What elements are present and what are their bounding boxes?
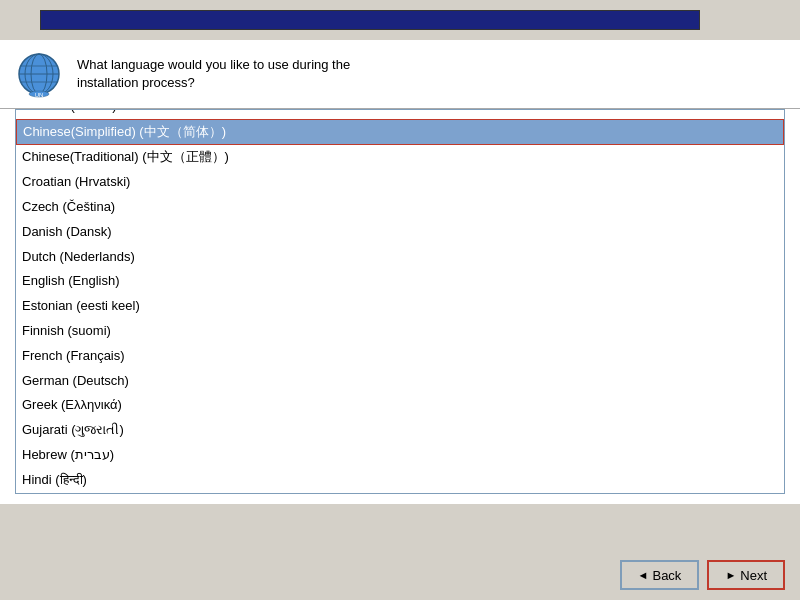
language-item-czech[interactable]: Czech (Čeština) bbox=[16, 195, 784, 220]
next-button[interactable]: ► Next bbox=[707, 560, 785, 590]
language-item-chinese-traditional[interactable]: Chinese(Traditional) (中文（正體）) bbox=[16, 145, 784, 170]
language-item-catalan[interactable]: Catalan (Català) bbox=[16, 110, 784, 119]
content-area: Bulgarian (Български)Catalan (Català)Chi… bbox=[0, 109, 800, 504]
next-label: Next bbox=[740, 568, 767, 583]
back-button[interactable]: ◄ Back bbox=[620, 560, 700, 590]
next-arrow-icon: ► bbox=[725, 569, 736, 581]
globe-icon: UN bbox=[15, 50, 63, 98]
language-item-dutch[interactable]: Dutch (Nederlands) bbox=[16, 245, 784, 270]
language-item-german[interactable]: German (Deutsch) bbox=[16, 369, 784, 394]
language-item-hindi[interactable]: Hindi (हिन्दी) bbox=[16, 468, 784, 493]
language-item-french[interactable]: French (Français) bbox=[16, 344, 784, 369]
svg-text:UN: UN bbox=[35, 92, 44, 98]
language-list-container: Bulgarian (Български)Catalan (Català)Chi… bbox=[15, 109, 785, 494]
language-item-croatian[interactable]: Croatian (Hrvatski) bbox=[16, 170, 784, 195]
progress-bar bbox=[40, 10, 700, 30]
language-item-finnish[interactable]: Finnish (suomi) bbox=[16, 319, 784, 344]
language-item-hebrew[interactable]: Hebrew (עברית) bbox=[16, 443, 784, 468]
back-label: Back bbox=[652, 568, 681, 583]
language-item-chinese-simplified[interactable]: Chinese(Simplified) (中文（简体）) bbox=[16, 119, 784, 146]
back-arrow-icon: ◄ bbox=[638, 569, 649, 581]
header-section: UN What language would you like to use d… bbox=[0, 40, 800, 109]
footer: ◄ Back ► Next bbox=[0, 550, 800, 600]
language-item-danish[interactable]: Danish (Dansk) bbox=[16, 220, 784, 245]
language-item-greek[interactable]: Greek (Ελληνικά) bbox=[16, 393, 784, 418]
header-question: What language would you like to use duri… bbox=[77, 56, 350, 92]
language-item-estonian[interactable]: Estonian (eesti keel) bbox=[16, 294, 784, 319]
top-bar bbox=[0, 0, 800, 40]
language-list[interactable]: Bulgarian (Български)Catalan (Català)Chi… bbox=[16, 110, 784, 493]
language-item-gujarati[interactable]: Gujarati (ગુજરાતી) bbox=[16, 418, 784, 443]
language-item-english[interactable]: English (English) bbox=[16, 269, 784, 294]
